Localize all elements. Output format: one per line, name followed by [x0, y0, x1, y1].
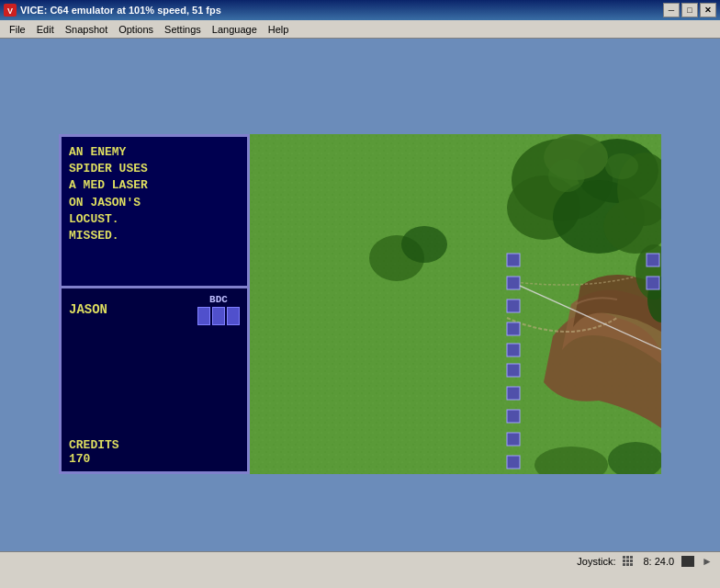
game-map — [250, 134, 661, 474]
svg-rect-31 — [647, 254, 659, 266]
svg-rect-29 — [507, 322, 520, 335]
svg-rect-21 — [507, 364, 520, 377]
svg-rect-23 — [507, 410, 520, 423]
bdc-label: BDC — [209, 294, 228, 305]
terrain-svg — [250, 134, 661, 474]
arrow-icon: ► — [702, 555, 713, 568]
minimize-button[interactable]: ─ — [663, 3, 680, 17]
character-top: JASON BDC — [69, 294, 240, 325]
svg-text:V: V — [7, 6, 13, 16]
joystick-grid-icon — [623, 556, 636, 566]
svg-point-20 — [401, 226, 447, 263]
joystick-label: Joystick: — [577, 556, 615, 567]
bdc-section: BDC — [197, 294, 240, 325]
svg-point-16 — [605, 153, 638, 179]
svg-rect-25 — [507, 456, 520, 469]
message-text: AN ENEMY SPIDER USES A MED LASER ON JASO… — [69, 144, 148, 244]
svg-rect-26 — [507, 254, 520, 266]
menu-bar: File Edit Snapshot Options Settings Lang… — [0, 20, 720, 39]
bdc-bar-2 — [212, 307, 225, 325]
bdc-bar-1 — [197, 307, 210, 325]
menu-snapshot[interactable]: Snapshot — [60, 22, 113, 37]
close-button[interactable]: ✕ — [700, 3, 716, 17]
status-bar: Joystick: 8: 24.0 ► — [0, 551, 720, 570]
svg-rect-32 — [647, 277, 659, 289]
svg-rect-30 — [507, 344, 520, 356]
character-name: JASON — [69, 302, 107, 317]
svg-rect-28 — [507, 300, 520, 312]
main-content: AN ENEMY SPIDER USES A MED LASER ON JASO… — [0, 39, 720, 570]
window-title: VICE: C64 emulator at 101% speed, 51 fps — [20, 5, 221, 16]
menu-settings[interactable]: Settings — [159, 22, 207, 37]
menu-file[interactable]: File — [4, 22, 31, 37]
title-bar-left: V VICE: C64 emulator at 101% speed, 51 f… — [4, 4, 221, 17]
coordinates-display: 8: 24.0 — [643, 556, 674, 567]
title-bar: V VICE: C64 emulator at 101% speed, 51 f… — [0, 0, 720, 20]
cursor-color-box — [681, 556, 694, 567]
menu-language[interactable]: Language — [207, 22, 263, 37]
left-panel: AN ENEMY SPIDER USES A MED LASER ON JASO… — [59, 134, 250, 474]
svg-rect-27 — [507, 277, 520, 289]
bdc-bar-3 — [227, 307, 240, 325]
bdc-bars — [197, 307, 240, 325]
svg-point-15 — [548, 159, 585, 192]
menu-help[interactable]: Help — [263, 22, 295, 37]
svg-rect-22 — [507, 387, 520, 400]
credits-section: CREDITS 170 — [69, 435, 240, 466]
menu-options[interactable]: Options — [113, 22, 159, 37]
character-panel: JASON BDC CREDITS 170 — [62, 288, 247, 471]
credits-value: 170 — [69, 452, 240, 466]
menu-edit[interactable]: Edit — [31, 22, 60, 37]
maximize-button[interactable]: □ — [681, 3, 698, 17]
app-icon: V — [4, 4, 17, 17]
title-buttons: ─ □ ✕ — [663, 3, 716, 17]
svg-rect-24 — [507, 433, 520, 446]
game-window: AN ENEMY SPIDER USES A MED LASER ON JASO… — [59, 134, 661, 474]
credits-label: CREDITS — [69, 438, 240, 452]
message-box: AN ENEMY SPIDER USES A MED LASER ON JASO… — [62, 137, 247, 288]
